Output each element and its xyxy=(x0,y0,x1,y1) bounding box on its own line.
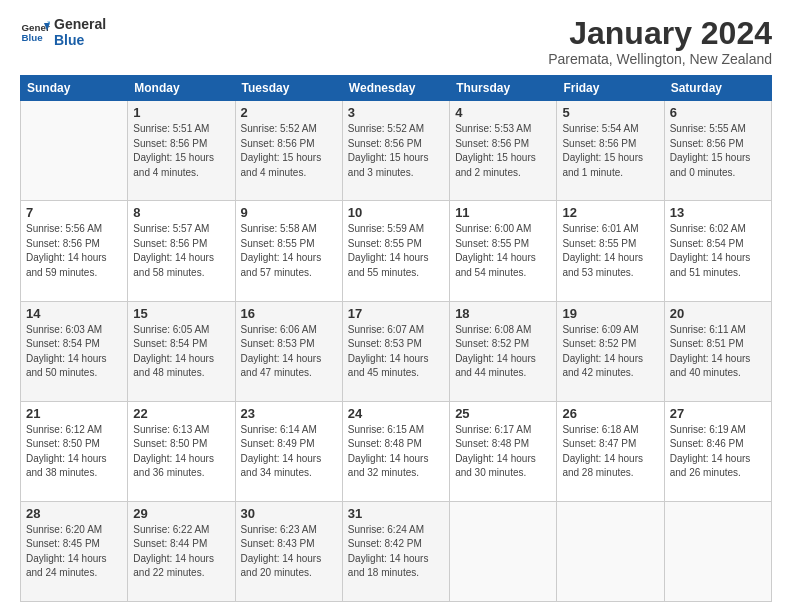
day-info: Sunrise: 6:15 AMSunset: 8:48 PMDaylight:… xyxy=(348,423,444,481)
table-row xyxy=(664,501,771,601)
calendar-week-row: 28Sunrise: 6:20 AMSunset: 8:45 PMDayligh… xyxy=(21,501,772,601)
table-row: 24Sunrise: 6:15 AMSunset: 8:48 PMDayligh… xyxy=(342,401,449,501)
day-info: Sunrise: 6:02 AMSunset: 8:54 PMDaylight:… xyxy=(670,222,766,280)
table-row: 5Sunrise: 5:54 AMSunset: 8:56 PMDaylight… xyxy=(557,101,664,201)
day-info: Sunrise: 5:51 AMSunset: 8:56 PMDaylight:… xyxy=(133,122,229,180)
day-number: 20 xyxy=(670,306,766,321)
header: General Blue General Blue January 2024 P… xyxy=(20,16,772,67)
day-info: Sunrise: 5:54 AMSunset: 8:56 PMDaylight:… xyxy=(562,122,658,180)
table-row: 26Sunrise: 6:18 AMSunset: 8:47 PMDayligh… xyxy=(557,401,664,501)
day-number: 26 xyxy=(562,406,658,421)
col-saturday: Saturday xyxy=(664,76,771,101)
calendar-week-row: 1Sunrise: 5:51 AMSunset: 8:56 PMDaylight… xyxy=(21,101,772,201)
day-number: 19 xyxy=(562,306,658,321)
day-number: 10 xyxy=(348,205,444,220)
table-row: 31Sunrise: 6:24 AMSunset: 8:42 PMDayligh… xyxy=(342,501,449,601)
table-row: 15Sunrise: 6:05 AMSunset: 8:54 PMDayligh… xyxy=(128,301,235,401)
col-monday: Monday xyxy=(128,76,235,101)
day-number: 31 xyxy=(348,506,444,521)
day-number: 8 xyxy=(133,205,229,220)
day-info: Sunrise: 6:09 AMSunset: 8:52 PMDaylight:… xyxy=(562,323,658,381)
day-info: Sunrise: 5:56 AMSunset: 8:56 PMDaylight:… xyxy=(26,222,122,280)
day-number: 30 xyxy=(241,506,337,521)
day-info: Sunrise: 5:52 AMSunset: 8:56 PMDaylight:… xyxy=(348,122,444,180)
day-number: 14 xyxy=(26,306,122,321)
table-row: 17Sunrise: 6:07 AMSunset: 8:53 PMDayligh… xyxy=(342,301,449,401)
day-info: Sunrise: 6:22 AMSunset: 8:44 PMDaylight:… xyxy=(133,523,229,581)
table-row: 29Sunrise: 6:22 AMSunset: 8:44 PMDayligh… xyxy=(128,501,235,601)
logo-general: General xyxy=(54,16,106,32)
day-info: Sunrise: 6:06 AMSunset: 8:53 PMDaylight:… xyxy=(241,323,337,381)
table-row: 11Sunrise: 6:00 AMSunset: 8:55 PMDayligh… xyxy=(450,201,557,301)
table-row: 19Sunrise: 6:09 AMSunset: 8:52 PMDayligh… xyxy=(557,301,664,401)
day-number: 22 xyxy=(133,406,229,421)
table-row: 3Sunrise: 5:52 AMSunset: 8:56 PMDaylight… xyxy=(342,101,449,201)
title-block: January 2024 Paremata, Wellington, New Z… xyxy=(548,16,772,67)
day-number: 15 xyxy=(133,306,229,321)
day-number: 13 xyxy=(670,205,766,220)
table-row: 10Sunrise: 5:59 AMSunset: 8:55 PMDayligh… xyxy=(342,201,449,301)
calendar-week-row: 7Sunrise: 5:56 AMSunset: 8:56 PMDaylight… xyxy=(21,201,772,301)
day-info: Sunrise: 6:20 AMSunset: 8:45 PMDaylight:… xyxy=(26,523,122,581)
table-row xyxy=(557,501,664,601)
table-row: 23Sunrise: 6:14 AMSunset: 8:49 PMDayligh… xyxy=(235,401,342,501)
page: General Blue General Blue January 2024 P… xyxy=(0,0,792,612)
day-info: Sunrise: 5:53 AMSunset: 8:56 PMDaylight:… xyxy=(455,122,551,180)
table-row: 27Sunrise: 6:19 AMSunset: 8:46 PMDayligh… xyxy=(664,401,771,501)
day-info: Sunrise: 6:03 AMSunset: 8:54 PMDaylight:… xyxy=(26,323,122,381)
day-info: Sunrise: 6:01 AMSunset: 8:55 PMDaylight:… xyxy=(562,222,658,280)
month-title: January 2024 xyxy=(548,16,772,51)
table-row: 16Sunrise: 6:06 AMSunset: 8:53 PMDayligh… xyxy=(235,301,342,401)
day-number: 17 xyxy=(348,306,444,321)
logo-icon: General Blue xyxy=(20,17,50,47)
table-row: 8Sunrise: 5:57 AMSunset: 8:56 PMDaylight… xyxy=(128,201,235,301)
day-info: Sunrise: 6:23 AMSunset: 8:43 PMDaylight:… xyxy=(241,523,337,581)
day-info: Sunrise: 5:55 AMSunset: 8:56 PMDaylight:… xyxy=(670,122,766,180)
table-row: 9Sunrise: 5:58 AMSunset: 8:55 PMDaylight… xyxy=(235,201,342,301)
day-info: Sunrise: 6:08 AMSunset: 8:52 PMDaylight:… xyxy=(455,323,551,381)
day-number: 7 xyxy=(26,205,122,220)
table-row: 4Sunrise: 5:53 AMSunset: 8:56 PMDaylight… xyxy=(450,101,557,201)
day-number: 23 xyxy=(241,406,337,421)
day-info: Sunrise: 6:13 AMSunset: 8:50 PMDaylight:… xyxy=(133,423,229,481)
day-number: 3 xyxy=(348,105,444,120)
day-number: 2 xyxy=(241,105,337,120)
table-row: 14Sunrise: 6:03 AMSunset: 8:54 PMDayligh… xyxy=(21,301,128,401)
day-info: Sunrise: 5:58 AMSunset: 8:55 PMDaylight:… xyxy=(241,222,337,280)
col-sunday: Sunday xyxy=(21,76,128,101)
table-row: 1Sunrise: 5:51 AMSunset: 8:56 PMDaylight… xyxy=(128,101,235,201)
calendar-table: Sunday Monday Tuesday Wednesday Thursday… xyxy=(20,75,772,602)
col-friday: Friday xyxy=(557,76,664,101)
day-number: 24 xyxy=(348,406,444,421)
table-row: 28Sunrise: 6:20 AMSunset: 8:45 PMDayligh… xyxy=(21,501,128,601)
table-row: 7Sunrise: 5:56 AMSunset: 8:56 PMDaylight… xyxy=(21,201,128,301)
table-row: 30Sunrise: 6:23 AMSunset: 8:43 PMDayligh… xyxy=(235,501,342,601)
day-number: 6 xyxy=(670,105,766,120)
table-row: 12Sunrise: 6:01 AMSunset: 8:55 PMDayligh… xyxy=(557,201,664,301)
day-number: 9 xyxy=(241,205,337,220)
day-info: Sunrise: 5:57 AMSunset: 8:56 PMDaylight:… xyxy=(133,222,229,280)
table-row: 6Sunrise: 5:55 AMSunset: 8:56 PMDaylight… xyxy=(664,101,771,201)
calendar-week-row: 21Sunrise: 6:12 AMSunset: 8:50 PMDayligh… xyxy=(21,401,772,501)
col-thursday: Thursday xyxy=(450,76,557,101)
day-info: Sunrise: 6:18 AMSunset: 8:47 PMDaylight:… xyxy=(562,423,658,481)
day-number: 29 xyxy=(133,506,229,521)
day-info: Sunrise: 6:00 AMSunset: 8:55 PMDaylight:… xyxy=(455,222,551,280)
table-row: 13Sunrise: 6:02 AMSunset: 8:54 PMDayligh… xyxy=(664,201,771,301)
day-info: Sunrise: 6:11 AMSunset: 8:51 PMDaylight:… xyxy=(670,323,766,381)
logo-blue: Blue xyxy=(54,32,106,48)
table-row xyxy=(450,501,557,601)
table-row xyxy=(21,101,128,201)
day-number: 4 xyxy=(455,105,551,120)
day-number: 18 xyxy=(455,306,551,321)
day-number: 1 xyxy=(133,105,229,120)
day-number: 28 xyxy=(26,506,122,521)
day-info: Sunrise: 5:59 AMSunset: 8:55 PMDaylight:… xyxy=(348,222,444,280)
calendar-week-row: 14Sunrise: 6:03 AMSunset: 8:54 PMDayligh… xyxy=(21,301,772,401)
day-number: 5 xyxy=(562,105,658,120)
table-row: 18Sunrise: 6:08 AMSunset: 8:52 PMDayligh… xyxy=(450,301,557,401)
table-row: 2Sunrise: 5:52 AMSunset: 8:56 PMDaylight… xyxy=(235,101,342,201)
table-row: 22Sunrise: 6:13 AMSunset: 8:50 PMDayligh… xyxy=(128,401,235,501)
day-info: Sunrise: 6:24 AMSunset: 8:42 PMDaylight:… xyxy=(348,523,444,581)
day-info: Sunrise: 6:07 AMSunset: 8:53 PMDaylight:… xyxy=(348,323,444,381)
